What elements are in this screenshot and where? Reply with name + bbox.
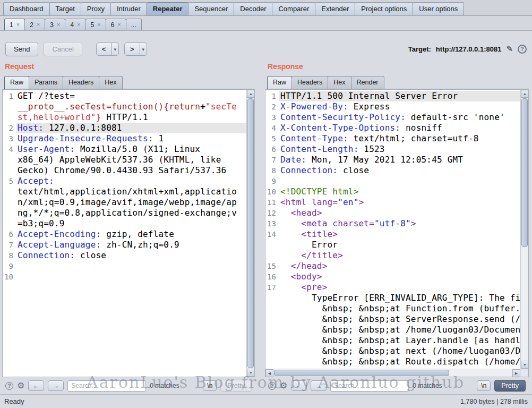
request-tab-raw[interactable]: Raw <box>4 76 29 89</box>
repeater-tab-3[interactable]: 3 × <box>45 19 65 30</box>
editor-line[interactable]: &nbsp; &nbsp;at Route.dispatch (/home/lu <box>265 356 520 367</box>
tab-user-options[interactable]: User options <box>413 2 464 15</box>
editor-line[interactable]: 4User-Agent: Mozilla/5.0 (X11; Linux <box>3 144 246 155</box>
edit-target-icon[interactable]: ✎ <box>506 44 513 54</box>
editor-line[interactable]: 16 <body> <box>265 271 520 282</box>
editor-line[interactable]: 3Upgrade-Insecure-Requests: 1 <box>3 133 246 144</box>
editor-line[interactable]: 5Content-Type: text/html; charset=utf-8 <box>265 133 520 144</box>
search-settings-gear-icon[interactable]: ⚙ <box>280 381 287 390</box>
scroll-left-icon[interactable]: ◀ <box>265 369 273 377</box>
editor-line[interactable]: TypeError [ERR_INVALID_ARG_TYPE]: The fi <box>265 293 520 303</box>
tab-repeater[interactable]: Repeater <box>147 2 189 15</box>
response-tab-hex[interactable]: Hex <box>328 76 351 89</box>
response-vertical-scrollbar[interactable]: ▲ ▼ <box>520 90 528 369</box>
editor-line[interactable]: 7Date: Mon, 17 May 2021 12:05:45 GMT <box>265 155 520 165</box>
request-editor-content[interactable]: 1GET /?test=__proto__.secTest=function()… <box>3 91 246 377</box>
newline-toggle-button[interactable]: \n <box>203 380 217 391</box>
editor-line[interactable]: &nbsp; &nbsp;at next (/home/luogan03/Doc <box>265 346 520 356</box>
editor-line[interactable]: =b3;q=0.9 <box>3 218 246 229</box>
editor-line[interactable]: text/html,application/xhtml+xml,applicat… <box>3 186 246 197</box>
response-editor-content[interactable]: 1HTTP/1.1 500 Internal Server Error2X-Po… <box>265 91 520 369</box>
search-next-button[interactable]: → <box>311 380 327 391</box>
response-editor[interactable]: 1HTTP/1.1 500 Internal Server Error2X-Po… <box>265 89 529 377</box>
editor-line[interactable]: &nbsp; &nbsp;at /home/luogan03/Documents <box>265 325 520 335</box>
editor-line[interactable]: 7Accept-Language: zh-CN,zh;q=0.9 <box>3 240 246 250</box>
request-vertical-scrollbar[interactable]: ▲ ▼ <box>246 90 254 377</box>
close-tab-icon[interactable]: × <box>57 22 60 28</box>
editor-line[interactable]: 1HTTP/1.1 500 Internal Server Error <box>265 91 520 101</box>
editor-line[interactable]: 9 <box>265 176 520 186</box>
repeater-tab-2[interactable]: 2 × <box>24 19 45 30</box>
tab-comparer[interactable]: Comparer <box>272 2 315 15</box>
tab-intruder[interactable]: Intruder <box>110 2 147 15</box>
editor-line[interactable]: 14 <title> <box>265 229 520 240</box>
editor-line[interactable]: &nbsp; &nbsp;at ServerResponse.send (/ho <box>265 314 520 325</box>
editor-line[interactable]: 6Accept-Encoding: gzip, deflate <box>3 229 246 240</box>
search-prev-button[interactable]: ← <box>291 380 307 391</box>
history-forward-button[interactable]: > <box>124 42 140 56</box>
close-tab-icon[interactable]: × <box>97 22 100 28</box>
cancel-button[interactable]: Cancel <box>44 42 82 56</box>
close-tab-icon[interactable]: × <box>77 22 80 28</box>
scroll-right-icon[interactable]: ▶ <box>512 369 520 377</box>
editor-line[interactable]: 10 <box>3 271 246 282</box>
editor-line[interactable]: 2X-Powered-By: Express <box>265 101 520 112</box>
editor-line[interactable]: 2Host: 127.0.0.1:8081 <box>3 123 246 133</box>
request-tab-hex[interactable]: Hex <box>99 76 122 89</box>
scroll-up-icon[interactable]: ▲ <box>521 90 529 98</box>
editor-line[interactable]: &nbsp; &nbsp;at Function.from (buffer.js <box>265 303 520 314</box>
close-tab-icon[interactable]: × <box>16 22 20 28</box>
tab-project-options[interactable]: Project options <box>355 2 413 15</box>
tab-proxy[interactable]: Proxy <box>81 2 111 15</box>
editor-line[interactable]: 6Content-Length: 1523 <box>265 144 520 155</box>
close-tab-icon[interactable]: × <box>117 22 121 28</box>
repeater-tab-more[interactable]: ... <box>126 19 142 30</box>
request-editor[interactable]: 1GET /?test=__proto__.secTest=function()… <box>2 89 255 377</box>
repeater-tab-4[interactable]: 4 × <box>65 19 85 30</box>
pretty-button[interactable]: Pretty <box>494 380 526 392</box>
editor-line[interactable]: 3Content-Security-Policy: default-src 'n… <box>265 112 520 123</box>
scrollbar-thumb[interactable] <box>247 98 254 368</box>
repeater-tab-1[interactable]: 1 × <box>4 19 25 30</box>
editor-line[interactable]: 8Connection: close <box>265 165 520 176</box>
editor-line[interactable]: __proto__.secTest=function(){return+"sec… <box>3 101 246 112</box>
search-input[interactable] <box>67 380 146 392</box>
repeater-tab-6[interactable]: 6 × <box>106 19 126 30</box>
request-tab-headers[interactable]: Headers <box>63 76 99 89</box>
response-tab-render[interactable]: Render <box>351 76 384 89</box>
send-button[interactable]: Send <box>5 42 38 56</box>
editor-line[interactable]: </title> <box>265 250 520 261</box>
scrollbar-thumb[interactable] <box>521 98 528 247</box>
help-icon[interactable]: ? <box>518 45 527 54</box>
editor-line[interactable]: ng,*/*;q=0.8,application/signed-exchange… <box>3 208 246 218</box>
tab-target[interactable]: Target <box>49 2 81 15</box>
tab-extender[interactable]: Extender <box>315 2 355 15</box>
editor-line[interactable]: Error <box>265 240 520 250</box>
editor-line[interactable]: 9 <box>3 261 246 271</box>
history-forward-dropdown-icon[interactable]: ▾ <box>140 42 148 56</box>
editor-line[interactable]: 10<!DOCTYPE html> <box>265 186 520 197</box>
editor-line[interactable]: 12 <head> <box>265 208 520 218</box>
search-input[interactable] <box>330 380 409 392</box>
newline-toggle-button[interactable]: \n <box>477 380 491 391</box>
editor-line[interactable]: Gecko) Chrome/90.0.4430.93 Safari/537.36 <box>3 165 246 176</box>
pretty-button[interactable]: Pretty <box>220 380 252 392</box>
tab-sequencer[interactable]: Sequencer <box>188 2 234 15</box>
scroll-down-icon[interactable]: ▼ <box>521 361 529 369</box>
editor-line[interactable]: 5Accept: <box>3 176 246 186</box>
editor-line[interactable]: 13 <meta charset="utf-8"> <box>265 218 520 229</box>
response-tab-raw[interactable]: Raw <box>267 76 292 89</box>
close-tab-icon[interactable]: × <box>37 22 40 28</box>
editor-line[interactable]: 8Connection: close <box>3 250 246 261</box>
tab-decoder[interactable]: Decoder <box>234 2 272 15</box>
editor-line[interactable]: 17 <pre> <box>265 282 520 293</box>
tab-dashboard[interactable]: Dashboard <box>3 2 50 15</box>
editor-line[interactable]: 11<html lang="en"> <box>265 197 520 208</box>
editor-line[interactable]: 1GET /?test= <box>3 91 246 101</box>
editor-line[interactable]: &nbsp; &nbsp;at Layer.handle [as handle_ <box>265 335 520 346</box>
search-settings-gear-icon[interactable]: ⚙ <box>17 381 24 390</box>
editor-line[interactable]: 4X-Content-Type-Options: nosniff <box>265 123 520 133</box>
search-help-icon[interactable]: ? <box>5 382 13 390</box>
search-next-button[interactable]: → <box>48 380 64 391</box>
repeater-tab-5[interactable]: 5 × <box>85 19 106 30</box>
